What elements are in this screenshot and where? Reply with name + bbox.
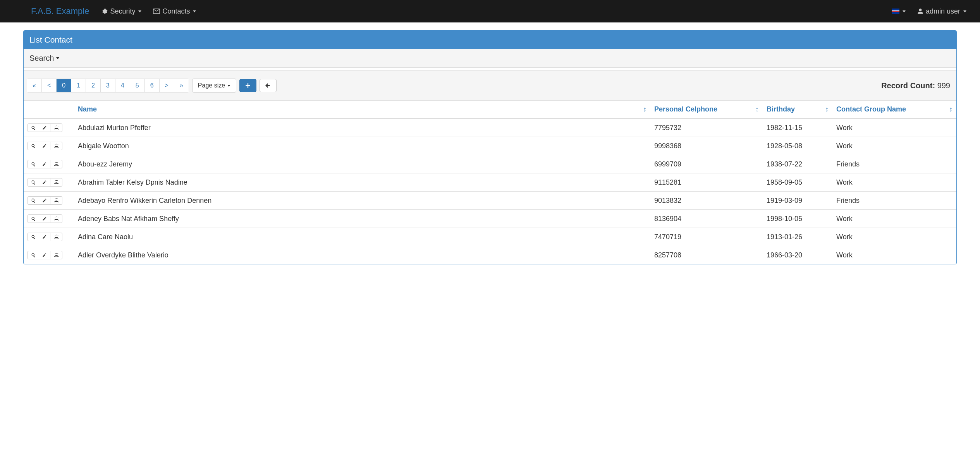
cell-birthday: 1958-09-05: [763, 173, 832, 192]
brand-link[interactable]: F.A.B. Example: [8, 6, 95, 16]
cell-group: Work: [832, 246, 956, 264]
page-link[interactable]: 3: [101, 79, 115, 92]
row-view-button[interactable]: [28, 123, 39, 132]
caret-icon: [903, 10, 906, 12]
page-link[interactable]: 4: [115, 79, 130, 92]
cell-birthday: 1998-10-05: [763, 210, 832, 228]
search-icon: [31, 180, 36, 185]
table-row: Abigale Wootton99983681928-05-08Work: [24, 137, 956, 155]
pencil-icon: [42, 198, 47, 203]
cell-birthday: 1913-01-26: [763, 228, 832, 246]
row-edit-button[interactable]: [39, 196, 50, 205]
toolbar: «<0123456>» Page size Record Count: 999: [24, 71, 956, 101]
cell-group: Work: [832, 210, 956, 228]
col-birthday[interactable]: Birthday ↕: [763, 101, 832, 118]
row-delete-button[interactable]: [50, 214, 62, 223]
row-edit-button[interactable]: [39, 233, 50, 241]
nav-language[interactable]: [886, 9, 911, 14]
table-row: Adebayo Renfro Wikkerin Carleton Dennen9…: [24, 192, 956, 210]
add-button[interactable]: [239, 79, 256, 92]
page-link[interactable]: «: [27, 79, 41, 92]
cell-group: Work: [832, 173, 956, 192]
page-link[interactable]: »: [174, 79, 189, 92]
pencil-icon: [42, 180, 47, 185]
search-icon: [31, 253, 36, 257]
row-edit-button[interactable]: [39, 214, 50, 223]
page-link[interactable]: 6: [145, 79, 159, 92]
search-label: Search: [29, 54, 54, 63]
search-icon: [31, 216, 36, 221]
pencil-icon: [42, 162, 47, 166]
sort-icon: ↕: [643, 105, 646, 113]
row-edit-button[interactable]: [39, 160, 50, 168]
row-delete-button[interactable]: [50, 123, 62, 132]
nav-security[interactable]: Security: [95, 7, 147, 15]
navbar: F.A.B. Example Security Contacts admin u…: [0, 0, 980, 22]
cell-celphone: 6999709: [650, 155, 763, 173]
page-size-dropdown[interactable]: Page size: [192, 79, 236, 93]
cell-celphone: 9013832: [650, 192, 763, 210]
page-link[interactable]: >: [160, 79, 174, 92]
row-delete-button[interactable]: [50, 142, 62, 150]
pencil-icon: [42, 144, 47, 148]
record-count: Record Count: 999: [881, 81, 953, 90]
cell-birthday: 1928-05-08: [763, 137, 832, 155]
row-view-button[interactable]: [28, 178, 39, 187]
row-delete-button[interactable]: [50, 233, 62, 241]
page-link[interactable]: 2: [86, 79, 100, 92]
panel-title: List Contact: [24, 31, 956, 49]
row-view-button[interactable]: [28, 233, 39, 241]
page-link[interactable]: 5: [130, 79, 144, 92]
col-group-label: Contact Group Name: [836, 105, 906, 113]
eraser-icon: [53, 253, 59, 257]
back-button[interactable]: [260, 79, 277, 92]
pagination: «<0123456>»: [27, 79, 189, 93]
cell-group: Work: [832, 137, 956, 155]
search-toggle[interactable]: Search: [24, 49, 956, 68]
col-name-label: Name: [78, 105, 97, 113]
flag-uk-icon: [892, 9, 899, 14]
row-delete-button[interactable]: [50, 160, 62, 168]
row-view-button[interactable]: [28, 196, 39, 205]
row-view-button[interactable]: [28, 160, 39, 168]
row-view-button[interactable]: [28, 251, 39, 259]
row-edit-button[interactable]: [39, 251, 50, 259]
col-name[interactable]: Name ↕: [74, 101, 650, 118]
row-edit-button[interactable]: [39, 123, 50, 132]
col-celphone-label: Personal Celphone: [654, 105, 717, 113]
row-delete-button[interactable]: [50, 196, 62, 205]
row-edit-button[interactable]: [39, 178, 50, 187]
pencil-icon: [42, 253, 47, 257]
col-celphone[interactable]: Personal Celphone ↕: [650, 101, 763, 118]
pencil-icon: [42, 216, 47, 221]
sort-icon: ↕: [949, 105, 952, 113]
cell-group: Work: [832, 228, 956, 246]
nav-user[interactable]: admin user: [911, 7, 972, 15]
row-delete-button[interactable]: [50, 178, 62, 187]
caret-icon: [963, 10, 966, 12]
row-edit-button[interactable]: [39, 142, 50, 150]
caret-icon: [138, 10, 141, 12]
cell-group: Friends: [832, 155, 956, 173]
nav-contacts[interactable]: Contacts: [147, 7, 202, 15]
sort-icon: ↕: [755, 105, 759, 113]
table-row: Adeney Babs Nat Afkham Sheffy81369041998…: [24, 210, 956, 228]
cell-name: Adeney Babs Nat Afkham Sheffy: [74, 210, 650, 228]
page-link[interactable]: <: [42, 79, 56, 92]
record-count-value: 999: [937, 81, 950, 90]
row-view-button[interactable]: [28, 214, 39, 223]
plus-icon: [245, 83, 251, 88]
page-link[interactable]: 1: [71, 79, 86, 92]
nav-security-label: Security: [110, 7, 135, 15]
row-delete-button[interactable]: [50, 251, 62, 259]
cell-name: Abigale Wootton: [74, 137, 650, 155]
contacts-table: Name ↕ Personal Celphone ↕ Birthday ↕ Co…: [24, 101, 956, 264]
page-link[interactable]: 0: [57, 79, 71, 92]
row-view-button[interactable]: [28, 142, 39, 150]
eraser-icon: [53, 162, 59, 166]
table-row: Adina Care Naolu74707191913-01-26Work: [24, 228, 956, 246]
eraser-icon: [53, 144, 59, 148]
col-group[interactable]: Contact Group Name ↕: [832, 101, 956, 118]
nav-user-label: admin user: [926, 7, 960, 15]
table-row: Abou-ezz Jeremy69997091938-07-22Friends: [24, 155, 956, 173]
